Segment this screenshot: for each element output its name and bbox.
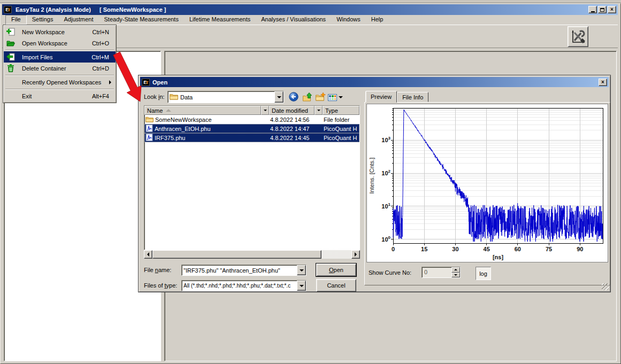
column-filter-button[interactable] — [315, 106, 323, 115]
svg-text:101: 101 — [381, 202, 390, 210]
tab-file-info[interactable]: File Info — [397, 92, 428, 102]
svg-text:100: 100 — [381, 235, 390, 243]
dialog-close-icon[interactable]: × — [599, 79, 607, 86]
phu-file-icon — [145, 134, 153, 142]
files-of-type-value: All (*.thd;*.nhd;*.phd;*.hhd;*.phu;*.dat… — [183, 283, 290, 289]
menu-analyses[interactable]: Analyses / Visualisations — [256, 15, 331, 25]
look-in-dropdown-arrow[interactable] — [274, 91, 283, 103]
resize-grip[interactable] — [602, 283, 609, 290]
svg-text:Intens. [Cnts.]: Intens. [Cnts.] — [369, 158, 375, 194]
scrollbar-thumb[interactable] — [152, 250, 321, 259]
menu-item-open-workspace[interactable]: Open Workspace Ctrl+O — [4, 37, 116, 49]
svg-text:15: 15 — [421, 246, 427, 252]
back-icon — [289, 92, 298, 103]
svg-text:103: 103 — [381, 136, 390, 143]
file-list-header: Name Date modified Type — [144, 106, 359, 115]
window-title: EasyTau 2 (Analysis Mode) — [16, 6, 91, 13]
up-one-level-button[interactable] — [301, 91, 314, 104]
new-folder-button[interactable] — [314, 91, 327, 104]
spinner-up-icon[interactable] — [451, 267, 460, 273]
menu-settings[interactable]: Settings — [27, 15, 59, 25]
menu-file[interactable]: File — [5, 15, 27, 25]
view-menu-icon — [328, 94, 343, 102]
delete-container-icon — [4, 64, 18, 72]
tab-preview[interactable]: Preview — [365, 91, 397, 103]
svg-text:102: 102 — [381, 169, 390, 176]
svg-text:[ns]: [ns] — [493, 254, 504, 260]
menu-item-recent-workspaces[interactable]: Recently Opened Workspaces — [4, 76, 116, 88]
new-folder-icon — [316, 92, 326, 102]
svg-text:60: 60 — [515, 246, 521, 252]
folder-icon — [170, 93, 178, 101]
file-name-dropdown-arrow[interactable] — [297, 265, 306, 275]
analysis-tools-button[interactable] — [568, 26, 588, 47]
file-row-folder[interactable]: SomeNewWorkspace 4.8.2022 14:56 File fol… — [144, 115, 359, 124]
red-arrow-annotation — [109, 50, 155, 109]
menu-separator — [5, 75, 114, 75]
show-curve-value[interactable]: 0 — [422, 267, 451, 277]
app-icon: Eτ — [4, 6, 12, 13]
show-curve-label: Show Curve No: — [369, 269, 411, 276]
files-of-type-dropdown-arrow[interactable] — [297, 281, 306, 291]
menu-adjustment[interactable]: Adjustment — [58, 15, 98, 25]
screen: Eτ EasyTau 2 (Analysis Mode) [ SomeNewWo… — [0, 0, 621, 364]
open-dialog: Eτ Open × Look in: Data — [138, 75, 611, 292]
scroll-right-icon[interactable] — [351, 250, 360, 259]
menu-lifetime[interactable]: Lifetime Measurements — [184, 15, 256, 25]
svg-text:90: 90 — [577, 246, 583, 252]
spinner-down-icon[interactable] — [451, 273, 460, 278]
menubar: File Settings Adjustment Steady-State Me… — [2, 15, 618, 25]
analysis-tools-icon — [570, 28, 586, 45]
preview-tabs: Preview File Info — [365, 90, 428, 102]
dialog-title: Open — [152, 79, 167, 86]
menu-item-new-workspace[interactable]: New Workspace Ctrl+N — [4, 26, 116, 37]
back-button[interactable] — [287, 91, 300, 104]
open-button[interactable]: Open — [316, 264, 356, 276]
preview-chart: 0153045607590100101102103[ns]Intens. [Cn… — [366, 104, 608, 262]
column-header-name[interactable]: Name — [144, 106, 261, 115]
column-filter-button[interactable] — [261, 106, 269, 115]
files-of-type-combobox[interactable]: All (*.thd;*.nhd;*.phd;*.hhd;*.phu;*.dat… — [181, 280, 306, 291]
up-one-level-icon — [303, 92, 312, 103]
svg-text:30: 30 — [452, 246, 458, 252]
sort-ascending-icon — [166, 109, 171, 112]
menu-separator — [5, 50, 114, 50]
svg-text:0: 0 — [392, 246, 395, 252]
file-name-value[interactable]: "IRF375.phu" "Anthracen_EtOH.phu" — [183, 267, 280, 274]
file-list: Name Date modified Type SomeNewWorkspace… — [144, 105, 360, 250]
view-menu-button[interactable] — [327, 91, 344, 104]
menu-item-exit[interactable]: Exit Alt+F4 — [4, 90, 116, 102]
phu-file-icon — [145, 125, 153, 133]
column-header-date[interactable]: Date modified — [269, 106, 315, 115]
menu-help[interactable]: Help — [366, 15, 389, 25]
column-header-type[interactable]: Type — [323, 106, 359, 115]
file-name-combobox[interactable]: "IRF375.phu" "Anthracen_EtOH.phu" — [181, 265, 306, 276]
scroll-left-icon[interactable] — [144, 250, 152, 259]
menu-windows[interactable]: Windows — [331, 15, 366, 25]
cancel-button[interactable]: Cancel — [316, 279, 356, 292]
menu-item-import-files[interactable]: Import Files Ctrl+M — [4, 51, 116, 63]
svg-text:45: 45 — [484, 246, 490, 252]
file-name-label: File name: — [144, 267, 171, 273]
menu-steady-state[interactable]: Steady-State Measurements — [99, 15, 184, 25]
menu-item-delete-container[interactable]: Delete Container Ctrl+D — [4, 63, 116, 74]
minimize-icon[interactable] — [588, 6, 597, 13]
titlebar: Eτ EasyTau 2 (Analysis Mode) [ SomeNewWo… — [2, 4, 618, 15]
new-workspace-icon — [4, 28, 18, 36]
look-in-value: Data — [180, 94, 193, 100]
open-workspace-icon — [4, 40, 18, 47]
svg-text:75: 75 — [546, 246, 552, 252]
workspace-badge: [ SomeNewWorkspace ] — [99, 6, 166, 13]
maximize-icon[interactable] — [598, 6, 607, 13]
file-row-irf375[interactable]: IRF375.phu 4.8.2022 14:45 PicoQuant H — [144, 133, 359, 142]
import-files-icon — [4, 53, 18, 61]
show-curve-spinner[interactable]: 0 — [421, 267, 461, 278]
scrollbar-track[interactable] — [321, 250, 351, 259]
dialog-titlebar: Eτ Open × — [140, 77, 609, 87]
decay-curve-chart: 0153045607590100101102103[ns]Intens. [Cn… — [367, 104, 608, 262]
horizontal-scrollbar[interactable] — [144, 250, 360, 259]
look-in-combobox[interactable]: Data — [167, 91, 284, 103]
log-scale-button[interactable]: log — [476, 267, 491, 280]
file-row-anthracen[interactable]: Anthracen_EtOH.phu 4.8.2022 14:47 PicoQu… — [144, 124, 359, 133]
close-icon[interactable]: × — [608, 6, 616, 13]
